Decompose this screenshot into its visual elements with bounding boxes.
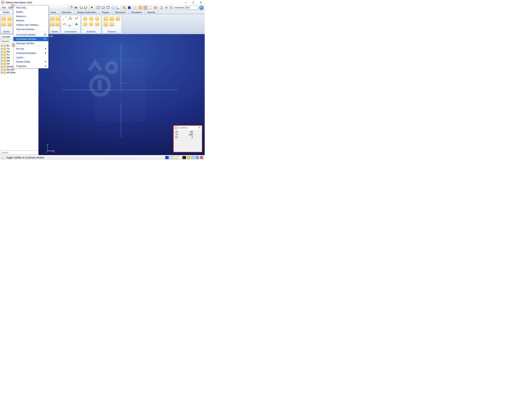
tab-elements[interactable]: Elements bbox=[59, 10, 74, 14]
status-icon-8[interactable] bbox=[195, 156, 199, 159]
minimize-button[interactable]: — bbox=[182, 0, 190, 5]
view-top-icon[interactable] bbox=[106, 5, 111, 10]
search-input[interactable] bbox=[0, 151, 38, 155]
view-menu-dropdown: Part Only...Model...Measure...RefreshToo… bbox=[13, 5, 48, 68]
view-front-icon[interactable] bbox=[96, 5, 101, 10]
ribbon-group-construction: xyz Construction bbox=[61, 15, 80, 33]
status-icon-6[interactable] bbox=[187, 156, 190, 159]
help-icon[interactable]: ? bbox=[199, 5, 204, 10]
tab-results[interactable]: Results bbox=[145, 10, 158, 14]
svg-rect-12 bbox=[125, 8, 126, 9]
tab-plugins[interactable]: Plugins bbox=[99, 10, 112, 14]
group-label: Features bbox=[107, 30, 116, 33]
svg-rect-6 bbox=[102, 7, 104, 9]
menu-item[interactable]: Toolbox and Toolbars... bbox=[13, 23, 48, 27]
view-right-icon[interactable] bbox=[101, 5, 105, 10]
tree-item[interactable]: ⊞All Other bbox=[0, 71, 38, 74]
pan-icon[interactable] bbox=[164, 5, 169, 10]
expand-icon[interactable]: ⊞ bbox=[1, 69, 3, 71]
menu-item[interactable]: Projection▶ bbox=[13, 64, 48, 68]
menu-file[interactable]: File bbox=[1, 6, 7, 10]
close-icon[interactable]: ✕ bbox=[198, 126, 201, 129]
coordinate-window-header[interactable]: Ad Coordinat... ✕ bbox=[174, 126, 202, 130]
fit-icon[interactable] bbox=[133, 5, 138, 10]
new-icon[interactable]: + bbox=[69, 5, 73, 10]
tab-bodies[interactable]: Bodies bbox=[0, 10, 13, 14]
coordinate-window-title: Coordinat... bbox=[178, 127, 197, 129]
ribbon-group-booleans: Booleans bbox=[81, 15, 101, 33]
svg-point-23 bbox=[65, 17, 66, 18]
folder-icon bbox=[3, 72, 6, 74]
folder-icon bbox=[3, 60, 6, 62]
axes-icon[interactable] bbox=[116, 5, 121, 10]
svg-point-21 bbox=[170, 6, 172, 8]
bgcolor-icon[interactable] bbox=[127, 5, 132, 10]
menu-item[interactable]: Position/Orientation▶ bbox=[13, 51, 48, 55]
expand-icon[interactable]: ⊞ bbox=[1, 48, 3, 50]
separator bbox=[68, 6, 68, 10]
expand-icon[interactable]: ⊞ bbox=[1, 60, 3, 62]
svg-rect-3 bbox=[75, 7, 76, 7]
group-label: Bodies bbox=[51, 30, 58, 33]
close-button[interactable]: ✕ bbox=[197, 0, 205, 5]
ribbon-group-bodies-right: Bodies bbox=[50, 15, 60, 33]
menu-item[interactable]: Render Mode▶ bbox=[13, 60, 48, 64]
coordinate-window[interactable]: Ad Coordinat... ✕ X=-50Y=-160Z=0 bbox=[173, 125, 202, 152]
status-icon-9[interactable] bbox=[200, 156, 203, 159]
status-icon-2[interactable] bbox=[170, 156, 173, 159]
menu-item[interactable]: Refresh bbox=[13, 18, 48, 23]
maximize-button[interactable]: ☐ bbox=[190, 0, 197, 5]
status-icon-4[interactable] bbox=[178, 156, 182, 159]
target-icon[interactable] bbox=[153, 5, 158, 10]
menu-item[interactable]: Pre-Set▶ bbox=[13, 47, 48, 51]
select-icon[interactable] bbox=[90, 5, 94, 10]
save-icon[interactable] bbox=[74, 5, 78, 10]
undo-icon[interactable] bbox=[79, 5, 83, 10]
sidebar-tab-browse[interactable]: Browse bbox=[0, 39, 10, 43]
group-label: Bodies bbox=[3, 30, 10, 33]
menu-item[interactable]: Part Only... bbox=[13, 6, 48, 10]
expand-icon[interactable]: ⊞ bbox=[1, 45, 3, 47]
tree-label: Ele bbox=[7, 56, 10, 59]
svg-point-29 bbox=[3, 157, 4, 157]
expand-icon[interactable]: ⊞ bbox=[1, 54, 3, 55]
expand-icon[interactable]: ⊞ bbox=[1, 51, 3, 53]
svg-point-9 bbox=[124, 6, 125, 7]
zoom-icon[interactable] bbox=[169, 5, 174, 10]
increment-input[interactable] bbox=[185, 6, 197, 9]
search-box[interactable] bbox=[0, 150, 38, 155]
status-icon-3[interactable] bbox=[174, 156, 177, 159]
redo-icon[interactable] bbox=[84, 5, 88, 10]
rotate-icon[interactable] bbox=[159, 5, 164, 10]
tab-simulation[interactable]: Simulation bbox=[128, 10, 145, 14]
svg-rect-15 bbox=[135, 7, 136, 8]
menu-item[interactable]: Command WindowF3 bbox=[13, 33, 48, 37]
status-icon-1[interactable] bbox=[165, 156, 169, 159]
tab-design-exploration[interactable]: Design Exploration bbox=[74, 10, 99, 14]
tab-forces[interactable]: orces bbox=[48, 10, 59, 14]
expand-icon[interactable]: ⊞ bbox=[1, 57, 3, 59]
expand-icon[interactable]: ⊞ bbox=[1, 65, 3, 68]
menu-item[interactable]: Message Window bbox=[13, 41, 48, 46]
menu-item[interactable]: Model... bbox=[13, 10, 48, 14]
svg-point-8 bbox=[123, 6, 124, 7]
expand-icon[interactable]: ⊞ bbox=[1, 72, 3, 74]
svg-point-10 bbox=[123, 8, 124, 8]
menu-item[interactable]: Coordinate WindowF4 bbox=[13, 37, 48, 41]
status-icon-7[interactable] bbox=[191, 156, 195, 159]
menu-item[interactable]: Measure... bbox=[13, 14, 48, 18]
tree-label: Fo bbox=[7, 53, 9, 56]
select-box-icon[interactable] bbox=[148, 5, 153, 10]
view-iso-icon[interactable] bbox=[111, 5, 115, 10]
tree-item[interactable]: ⊞Results bbox=[0, 68, 38, 71]
status-text: Toggle visibility of coordinate window bbox=[6, 156, 44, 159]
status-icon-5[interactable] bbox=[182, 156, 186, 159]
menu-item[interactable]: Layout... bbox=[13, 55, 48, 60]
expand-icon[interactable]: ⊞ bbox=[1, 63, 3, 65]
center-icon[interactable] bbox=[143, 5, 148, 10]
tab-machinery[interactable]: Machinery bbox=[112, 10, 129, 14]
coord-value: 0 bbox=[181, 136, 193, 138]
grid-sel-icon[interactable] bbox=[122, 5, 127, 10]
zoom-region-icon[interactable] bbox=[138, 5, 143, 10]
menu-item[interactable]: View Accessories... bbox=[13, 27, 48, 31]
